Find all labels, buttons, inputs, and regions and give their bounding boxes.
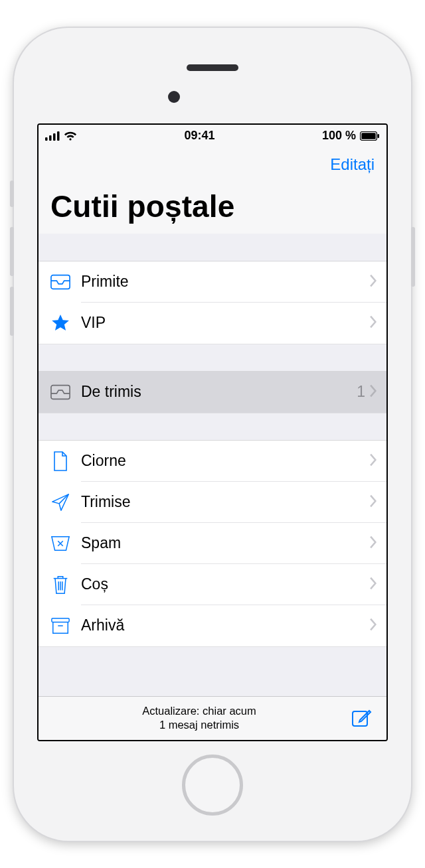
svg-rect-1: [49, 135, 52, 141]
navigation-bar: Editați Cutii poștale: [39, 147, 386, 234]
phone-frame: 09:41 100 % Editați Cutii poștale Primit…: [14, 28, 411, 841]
svg-rect-9: [52, 618, 69, 622]
toolbar-line2: 1 mesaj netrimis: [50, 718, 348, 732]
svg-rect-7: [51, 275, 70, 289]
mailbox-label: Primite: [77, 273, 369, 291]
wifi-icon: [64, 131, 77, 141]
chevron-right-icon: [369, 315, 377, 331]
cellular-signal-icon: [45, 131, 60, 141]
chevron-right-icon: [369, 618, 377, 634]
battery-icon: [360, 131, 380, 141]
list-spacer: [39, 234, 386, 261]
document-icon: [50, 451, 77, 471]
chevron-right-icon: [369, 453, 377, 469]
battery-text: 100 %: [322, 129, 356, 143]
toolbar-line1: Actualizare: chiar acum: [50, 704, 348, 718]
mailbox-label: Spam: [77, 534, 369, 552]
list-spacer: [39, 646, 386, 674]
list-spacer: [39, 344, 386, 372]
chevron-right-icon: [369, 536, 377, 551]
mailbox-list: Primite VIP De trimis 1: [39, 234, 386, 696]
mailbox-label: VIP: [77, 314, 369, 332]
mailbox-row-inbox[interactable]: Primite: [39, 261, 386, 303]
mailbox-row-vip[interactable]: VIP: [39, 303, 386, 344]
trash-icon: [50, 575, 77, 595]
edit-button[interactable]: Editați: [330, 153, 375, 177]
chevron-right-icon: [369, 494, 377, 510]
svg-rect-8: [51, 385, 70, 399]
mailbox-row-junk[interactable]: Spam: [39, 523, 386, 564]
paperplane-icon: [50, 492, 77, 512]
junk-icon: [50, 534, 77, 553]
star-icon: [50, 313, 77, 333]
screen: 09:41 100 % Editați Cutii poștale Primit…: [37, 123, 388, 741]
phone-camera: [168, 91, 180, 103]
outbox-icon: [50, 382, 77, 402]
mailbox-row-trash[interactable]: Coș: [39, 564, 386, 605]
mailbox-label: Ciorne: [77, 452, 369, 470]
status-time: 09:41: [184, 129, 214, 143]
phone-speaker: [187, 64, 238, 71]
toolbar-status: Actualizare: chiar acum 1 mesaj netrimis: [50, 704, 348, 731]
archive-icon: [50, 616, 77, 636]
mailbox-count: 1: [357, 383, 365, 401]
svg-rect-5: [361, 133, 375, 139]
phone-power-button: [411, 227, 415, 287]
mailbox-label: De trimis: [77, 383, 357, 401]
compose-button[interactable]: [348, 704, 375, 733]
inbox-icon: [50, 272, 77, 292]
status-bar: 09:41 100 %: [39, 125, 386, 147]
chevron-right-icon: [369, 577, 377, 593]
phone-volume-down: [10, 287, 14, 336]
phone-volume-up: [10, 227, 14, 276]
compose-icon: [351, 720, 372, 730]
svg-rect-2: [53, 133, 56, 141]
chevron-right-icon: [369, 384, 377, 400]
page-title: Cutii poștale: [50, 188, 375, 224]
toolbar: Actualizare: chiar acum 1 mesaj netrimis: [39, 696, 386, 740]
list-spacer: [39, 413, 386, 441]
svg-rect-10: [353, 711, 367, 726]
chevron-right-icon: [369, 274, 377, 290]
phone-mute-switch: [10, 181, 14, 207]
mailbox-label: Arhivă: [77, 616, 369, 634]
svg-rect-3: [57, 131, 60, 141]
mailbox-row-archive[interactable]: Arhivă: [39, 605, 386, 646]
mailbox-label: Coș: [77, 575, 369, 593]
mailbox-row-drafts[interactable]: Ciorne: [39, 441, 386, 482]
home-button[interactable]: [182, 755, 243, 816]
mailbox-row-sent[interactable]: Trimise: [39, 482, 386, 523]
mailbox-label: Trimise: [77, 493, 369, 511]
svg-rect-6: [378, 134, 380, 138]
svg-rect-0: [45, 137, 48, 141]
mailbox-row-outbox[interactable]: De trimis 1: [39, 372, 386, 413]
